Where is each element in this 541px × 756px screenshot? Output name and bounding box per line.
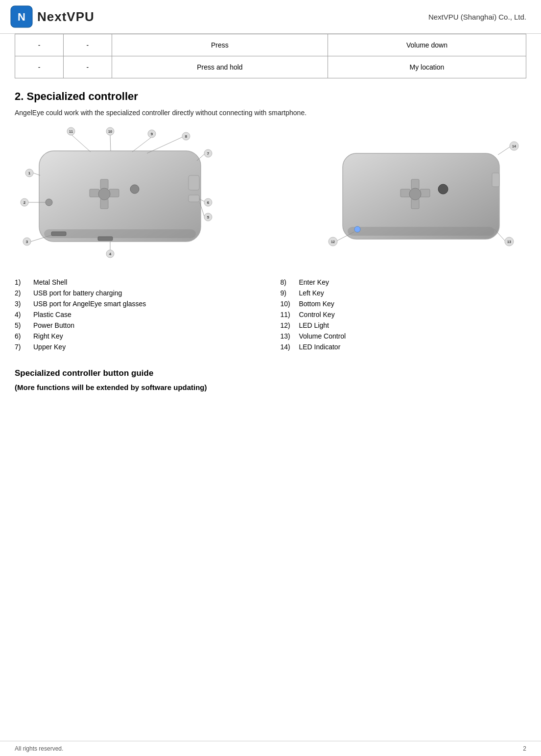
- part-num: 9): [281, 289, 295, 297]
- list-item: 5) Power Button: [15, 321, 261, 329]
- svg-text:1: 1: [28, 171, 31, 175]
- svg-rect-2: [39, 151, 201, 242]
- part-num: 7): [15, 343, 29, 351]
- svg-rect-49: [348, 227, 494, 236]
- list-item: 13) Volume Control: [281, 332, 527, 340]
- part-label: USB port for battery charging: [33, 289, 122, 297]
- svg-point-55: [438, 184, 448, 194]
- list-item: 4) Plastic Case: [15, 311, 261, 318]
- button-guide-note: (More functions will be extended by soft…: [15, 383, 526, 391]
- svg-line-41: [132, 138, 151, 152]
- section-title: 2. Specialized controller: [15, 90, 526, 103]
- svg-line-66: [498, 147, 510, 155]
- svg-text:10: 10: [108, 130, 112, 133]
- part-num: 11): [281, 311, 295, 318]
- logo-text: NextVPU: [37, 9, 94, 24]
- svg-point-54: [409, 188, 421, 200]
- list-item: 11) Control Key: [281, 311, 527, 318]
- svg-rect-11: [188, 195, 199, 202]
- footer-left: All rights reserved.: [15, 745, 63, 752]
- svg-text:12: 12: [331, 240, 335, 244]
- part-label: Right Key: [33, 332, 63, 340]
- list-item: 2) USB port for battery charging: [15, 289, 261, 297]
- list-item: 7) Upper Key: [15, 343, 261, 351]
- svg-rect-50: [411, 179, 419, 189]
- svg-rect-7: [109, 189, 119, 197]
- svg-point-8: [98, 188, 110, 200]
- table-cell-r1c4: Volume down: [328, 34, 526, 56]
- part-label: Volume Control: [299, 332, 346, 340]
- svg-rect-12: [51, 232, 66, 236]
- part-label: Plastic Case: [33, 311, 71, 318]
- svg-rect-53: [420, 189, 430, 197]
- table-cell-r1c3: Press: [112, 34, 328, 56]
- svg-rect-4: [100, 179, 108, 189]
- parts-list-right: 8) Enter Key 9) Left Key 10) Bottom Key …: [281, 278, 527, 354]
- controller-svg-left: 1 2 3 4 5 6: [15, 126, 225, 264]
- table-cell-r2c2: -: [63, 56, 112, 78]
- svg-rect-13: [98, 237, 113, 241]
- part-label: Bottom Key: [299, 300, 334, 308]
- controller-image-right: 12 13 14: [316, 126, 526, 264]
- part-num: 8): [281, 278, 295, 286]
- svg-rect-56: [492, 173, 499, 187]
- part-num: 12): [281, 321, 295, 329]
- controller-image-left: 1 2 3 4 5 6: [15, 126, 225, 264]
- table-row: - - Press Volume down: [15, 34, 526, 56]
- list-item: 6) Right Key: [15, 332, 261, 340]
- logo: N NextVPU: [10, 5, 94, 28]
- svg-text:11: 11: [69, 130, 73, 133]
- svg-text:13: 13: [507, 240, 511, 244]
- controller-images-row: 1 2 3 4 5 6: [15, 126, 526, 264]
- section-description: AngelEye could work with the specialized…: [15, 109, 526, 117]
- button-guide-title: Specialized controller button guide: [15, 368, 526, 378]
- list-item: 12) LED Light: [281, 321, 527, 329]
- parts-section: 1) Metal Shell 2) USB port for battery c…: [15, 278, 526, 354]
- svg-line-44: [110, 135, 111, 151]
- part-num: 3): [15, 300, 29, 308]
- table-cell-r2c3: Press and hold: [112, 56, 328, 78]
- part-label: Control Key: [299, 311, 335, 318]
- list-item: 1) Metal Shell: [15, 278, 261, 286]
- footer-right: 2: [523, 745, 526, 752]
- part-num: 10): [281, 300, 295, 308]
- svg-rect-3: [44, 229, 196, 238]
- svg-text:14: 14: [512, 145, 516, 148]
- table-cell-r2c4: My location: [328, 56, 526, 78]
- svg-text:8: 8: [185, 134, 188, 139]
- top-table: - - Press Volume down - - Press and hold…: [15, 34, 526, 78]
- part-label: LED Light: [299, 321, 329, 329]
- table-cell-r1c1: -: [15, 34, 64, 56]
- part-label: Enter Key: [299, 278, 329, 286]
- list-item: 3) USB port for AngelEye smart glasses: [15, 300, 261, 308]
- list-item: 8) Enter Key: [281, 278, 527, 286]
- svg-text:4: 4: [109, 252, 112, 256]
- svg-point-14: [46, 199, 52, 206]
- part-label: Metal Shell: [33, 278, 67, 286]
- svg-text:N: N: [18, 11, 25, 23]
- part-num: 5): [15, 321, 29, 329]
- svg-line-47: [72, 135, 91, 152]
- svg-rect-51: [411, 199, 419, 209]
- part-label: Left Key: [299, 289, 324, 297]
- part-num: 13): [281, 332, 295, 340]
- svg-line-63: [494, 229, 505, 241]
- part-num: 2): [15, 289, 29, 297]
- part-num: 1): [15, 278, 29, 286]
- svg-rect-52: [400, 189, 410, 197]
- svg-rect-10: [188, 175, 199, 190]
- parts-list-left: 1) Metal Shell 2) USB port for battery c…: [15, 278, 261, 354]
- list-item: 14) LED Indicator: [281, 343, 527, 351]
- button-guide-section: Specialized controller button guide (Mor…: [15, 368, 526, 391]
- part-num: 14): [281, 343, 295, 351]
- svg-text:3: 3: [26, 240, 28, 244]
- logo-icon: N: [10, 5, 33, 28]
- svg-text:9: 9: [151, 132, 153, 136]
- svg-text:7: 7: [207, 151, 210, 156]
- part-label: USB port for AngelEye smart glasses: [33, 300, 146, 308]
- svg-rect-5: [100, 199, 108, 209]
- svg-point-9: [130, 185, 139, 194]
- page-footer: All rights reserved. 2: [0, 741, 541, 756]
- page-content: - - Press Volume down - - Press and hold…: [0, 34, 541, 391]
- table-cell-r1c2: -: [63, 34, 112, 56]
